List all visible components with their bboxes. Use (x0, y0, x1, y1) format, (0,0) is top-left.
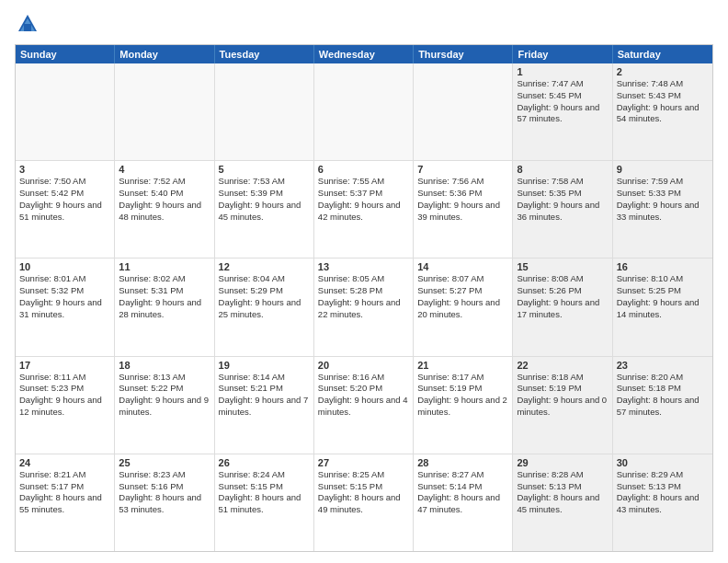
day-number: 6 (318, 164, 409, 175)
cal-cell-4-6: 30Sunrise: 8:29 AM Sunset: 5:13 PM Dayli… (613, 454, 712, 551)
cal-cell-0-3 (314, 63, 414, 160)
cal-header-wednesday: Wednesday (314, 45, 414, 63)
cal-row-3: 17Sunrise: 8:11 AM Sunset: 5:23 PM Dayli… (16, 357, 712, 454)
cell-info: Sunrise: 8:23 AM Sunset: 5:16 PM Dayligh… (119, 469, 210, 516)
cell-info: Sunrise: 8:25 AM Sunset: 5:15 PM Dayligh… (318, 469, 409, 516)
cal-cell-0-0 (16, 63, 115, 160)
cal-cell-4-4: 28Sunrise: 8:27 AM Sunset: 5:14 PM Dayli… (414, 454, 513, 551)
cal-cell-0-1 (115, 63, 214, 160)
cell-info: Sunrise: 8:10 AM Sunset: 5:25 PM Dayligh… (617, 273, 709, 320)
calendar-header-row: SundayMondayTuesdayWednesdayThursdayFrid… (16, 45, 712, 63)
cell-info: Sunrise: 7:59 AM Sunset: 5:33 PM Dayligh… (617, 176, 709, 223)
cal-cell-3-1: 18Sunrise: 8:13 AM Sunset: 5:22 PM Dayli… (115, 357, 214, 454)
cell-info: Sunrise: 8:18 AM Sunset: 5:19 PM Dayligh… (517, 372, 608, 419)
day-number: 17 (19, 360, 110, 371)
logo (15, 11, 44, 37)
cal-cell-2-2: 12Sunrise: 8:04 AM Sunset: 5:29 PM Dayli… (215, 259, 314, 355)
day-number: 7 (417, 164, 508, 175)
cell-info: Sunrise: 7:53 AM Sunset: 5:39 PM Dayligh… (219, 176, 310, 223)
calendar: SundayMondayTuesdayWednesdayThursdayFrid… (15, 44, 713, 552)
cal-cell-3-5: 22Sunrise: 8:18 AM Sunset: 5:19 PM Dayli… (513, 357, 612, 454)
day-number: 10 (19, 261, 110, 272)
cal-header-tuesday: Tuesday (215, 45, 314, 63)
cell-info: Sunrise: 8:27 AM Sunset: 5:14 PM Dayligh… (417, 469, 508, 516)
cell-info: Sunrise: 7:55 AM Sunset: 5:37 PM Dayligh… (318, 176, 409, 223)
day-number: 30 (617, 457, 709, 468)
day-number: 14 (417, 261, 508, 272)
cal-cell-4-5: 29Sunrise: 8:28 AM Sunset: 5:13 PM Dayli… (513, 454, 612, 551)
cal-cell-4-3: 27Sunrise: 8:25 AM Sunset: 5:15 PM Dayli… (314, 454, 414, 551)
cell-info: Sunrise: 7:58 AM Sunset: 5:35 PM Dayligh… (517, 176, 608, 223)
day-number: 15 (517, 261, 608, 272)
cal-row-4: 24Sunrise: 8:21 AM Sunset: 5:17 PM Dayli… (16, 454, 712, 551)
day-number: 29 (517, 457, 608, 468)
cal-row-1: 3Sunrise: 7:50 AM Sunset: 5:42 PM Daylig… (16, 161, 712, 259)
cell-info: Sunrise: 7:48 AM Sunset: 5:43 PM Dayligh… (617, 78, 709, 125)
day-number: 24 (19, 457, 110, 468)
cal-cell-3-6: 23Sunrise: 8:20 AM Sunset: 5:18 PM Dayli… (613, 357, 712, 454)
day-number: 1 (517, 66, 608, 77)
day-number: 12 (219, 261, 310, 272)
cell-info: Sunrise: 7:56 AM Sunset: 5:36 PM Dayligh… (417, 176, 508, 223)
day-number: 22 (517, 360, 608, 371)
cell-info: Sunrise: 8:05 AM Sunset: 5:28 PM Dayligh… (318, 273, 409, 320)
cal-cell-3-0: 17Sunrise: 8:11 AM Sunset: 5:23 PM Dayli… (16, 357, 115, 454)
cell-info: Sunrise: 8:11 AM Sunset: 5:23 PM Dayligh… (19, 372, 110, 419)
cal-cell-0-4 (414, 63, 513, 160)
cal-cell-0-2 (215, 63, 314, 160)
cal-cell-2-5: 15Sunrise: 8:08 AM Sunset: 5:26 PM Dayli… (513, 259, 612, 355)
day-number: 5 (219, 164, 310, 175)
day-number: 2 (617, 66, 709, 77)
cell-info: Sunrise: 8:08 AM Sunset: 5:26 PM Dayligh… (517, 273, 608, 320)
day-number: 13 (318, 261, 409, 272)
cell-info: Sunrise: 8:20 AM Sunset: 5:18 PM Dayligh… (617, 372, 709, 419)
cal-cell-1-1: 4Sunrise: 7:52 AM Sunset: 5:40 PM Daylig… (115, 161, 214, 258)
cal-cell-1-2: 5Sunrise: 7:53 AM Sunset: 5:39 PM Daylig… (215, 161, 314, 258)
day-number: 3 (19, 164, 110, 175)
cell-info: Sunrise: 8:16 AM Sunset: 5:20 PM Dayligh… (318, 372, 409, 419)
day-number: 18 (119, 360, 210, 371)
cal-row-2: 10Sunrise: 8:01 AM Sunset: 5:32 PM Dayli… (16, 259, 712, 356)
cell-info: Sunrise: 8:13 AM Sunset: 5:22 PM Dayligh… (119, 372, 210, 419)
day-number: 4 (119, 164, 210, 175)
cal-cell-2-3: 13Sunrise: 8:05 AM Sunset: 5:28 PM Dayli… (314, 259, 414, 355)
svg-rect-2 (24, 24, 31, 31)
cal-cell-3-3: 20Sunrise: 8:16 AM Sunset: 5:20 PM Dayli… (314, 357, 414, 454)
cal-row-0: 1Sunrise: 7:47 AM Sunset: 5:45 PM Daylig… (16, 63, 712, 161)
cal-cell-2-1: 11Sunrise: 8:02 AM Sunset: 5:31 PM Dayli… (115, 259, 214, 355)
cal-cell-4-0: 24Sunrise: 8:21 AM Sunset: 5:17 PM Dayli… (16, 454, 115, 551)
cell-info: Sunrise: 8:24 AM Sunset: 5:15 PM Dayligh… (219, 469, 310, 516)
cell-info: Sunrise: 8:17 AM Sunset: 5:19 PM Dayligh… (417, 372, 508, 419)
cell-info: Sunrise: 7:50 AM Sunset: 5:42 PM Dayligh… (19, 176, 110, 223)
cal-header-thursday: Thursday (414, 45, 513, 63)
logo-icon (15, 11, 40, 37)
cell-info: Sunrise: 8:21 AM Sunset: 5:17 PM Dayligh… (19, 469, 110, 516)
day-number: 9 (617, 164, 709, 175)
cell-info: Sunrise: 7:47 AM Sunset: 5:45 PM Dayligh… (517, 78, 608, 125)
cal-cell-4-2: 26Sunrise: 8:24 AM Sunset: 5:15 PM Dayli… (215, 454, 314, 551)
cal-cell-2-0: 10Sunrise: 8:01 AM Sunset: 5:32 PM Dayli… (16, 259, 115, 355)
cal-header-saturday: Saturday (613, 45, 712, 63)
day-number: 8 (517, 164, 608, 175)
cal-cell-4-1: 25Sunrise: 8:23 AM Sunset: 5:16 PM Dayli… (115, 454, 214, 551)
cal-cell-1-0: 3Sunrise: 7:50 AM Sunset: 5:42 PM Daylig… (16, 161, 115, 258)
day-number: 25 (119, 457, 210, 468)
cell-info: Sunrise: 8:02 AM Sunset: 5:31 PM Dayligh… (119, 273, 210, 320)
cal-cell-1-4: 7Sunrise: 7:56 AM Sunset: 5:36 PM Daylig… (414, 161, 513, 258)
page: SundayMondayTuesdayWednesdayThursdayFrid… (0, 0, 728, 563)
cal-cell-2-6: 16Sunrise: 8:10 AM Sunset: 5:25 PM Dayli… (613, 259, 712, 355)
cal-cell-1-6: 9Sunrise: 7:59 AM Sunset: 5:33 PM Daylig… (613, 161, 712, 258)
cell-info: Sunrise: 8:29 AM Sunset: 5:13 PM Dayligh… (617, 469, 709, 516)
header (15, 11, 713, 37)
cal-cell-0-5: 1Sunrise: 7:47 AM Sunset: 5:45 PM Daylig… (513, 63, 612, 160)
day-number: 26 (219, 457, 310, 468)
day-number: 20 (318, 360, 409, 371)
day-number: 28 (417, 457, 508, 468)
cell-info: Sunrise: 8:01 AM Sunset: 5:32 PM Dayligh… (19, 273, 110, 320)
cal-cell-1-3: 6Sunrise: 7:55 AM Sunset: 5:37 PM Daylig… (314, 161, 414, 258)
day-number: 16 (617, 261, 709, 272)
day-number: 11 (119, 261, 210, 272)
calendar-body: 1Sunrise: 7:47 AM Sunset: 5:45 PM Daylig… (16, 63, 712, 551)
cal-header-friday: Friday (513, 45, 612, 63)
cal-cell-3-2: 19Sunrise: 8:14 AM Sunset: 5:21 PM Dayli… (215, 357, 314, 454)
